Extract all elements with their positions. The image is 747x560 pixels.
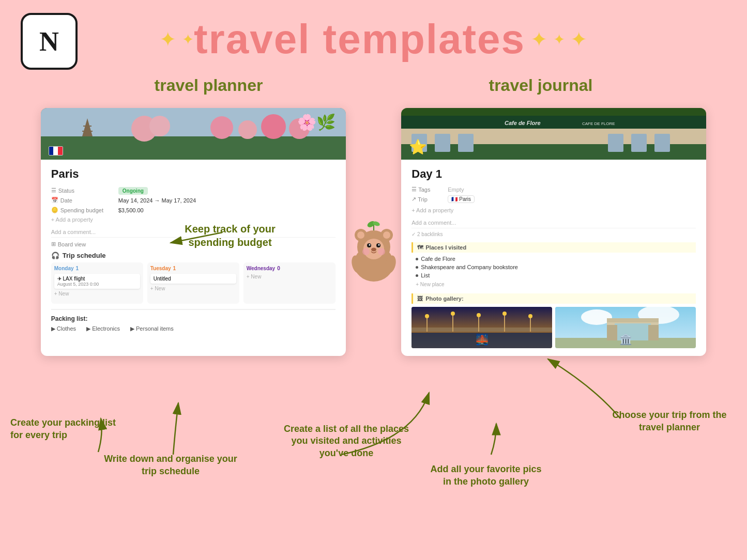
- svg-point-60: [371, 248, 376, 252]
- new-place-btn[interactable]: + New place: [411, 281, 696, 288]
- place-item-2: Shakespeare and Company bookstore: [411, 263, 696, 271]
- packing-electronics: ▶ Electronics: [86, 325, 120, 332]
- monday-new-btn[interactable]: + New: [54, 291, 140, 297]
- svg-rect-43: [555, 338, 696, 348]
- trip-row: ↗ Trip 🇫🇷 Paris: [411, 195, 696, 203]
- backlinks-indicator: ✓ 2 backlinks: [411, 231, 696, 237]
- place-item-1: Cafe de Flore: [411, 255, 696, 263]
- packing-items: ▶ Clothes ▶ Electronics ▶ Personal items: [51, 325, 336, 332]
- svg-rect-46: [607, 318, 659, 322]
- places-section: 🗺 Places I visited Cafe de Flore Shakesp…: [411, 242, 696, 288]
- photo-1: [411, 307, 552, 348]
- svg-rect-29: [411, 328, 552, 332]
- header: N ✦ ✦ travel templates ✦ ✦ ✦: [0, 0, 747, 68]
- packing-personal: ▶ Personal items: [130, 325, 174, 332]
- tuesday-header: Tuesday 1: [150, 266, 236, 271]
- svg-point-38: [502, 312, 507, 316]
- sparkle-left-2: ✦: [182, 31, 194, 48]
- untitled-card: Untitled: [150, 274, 236, 284]
- svg-rect-13: [41, 108, 346, 160]
- svg-point-58: [369, 244, 370, 246]
- svg-point-39: [528, 314, 532, 318]
- journal-header-image: Cafe de Flore CAFE DE FLORE ⭐: [401, 108, 706, 160]
- svg-point-54: [383, 231, 390, 239]
- status-value: Ongoing: [118, 188, 148, 194]
- packing-section: Packing list: ▶ Clothes ▶ Electronics ▶ …: [51, 309, 336, 332]
- svg-point-52: [357, 231, 364, 239]
- sparkle-right-3: ✦: [570, 27, 588, 51]
- budget-value: $3,500.00: [118, 207, 144, 213]
- sparkle-right-1: ✦: [530, 27, 548, 51]
- photo-gallery-section: 🖼 Photo gallery:: [411, 293, 696, 348]
- place-item-3: List: [411, 271, 696, 279]
- annotation-places-visited: Create a list of all the places you visi…: [279, 423, 414, 459]
- sparkle-right-2: ✦: [553, 31, 565, 48]
- packing-clothes: ▶ Clothes: [51, 325, 76, 332]
- tags-value: Empty: [448, 186, 464, 193]
- monday-header: Monday 1: [54, 266, 140, 271]
- planner-city-title: Paris: [51, 167, 336, 181]
- board-columns: Monday 1 ✈ LAX flight August 5, 2023 0:0…: [51, 262, 336, 304]
- annotation-spending-budget: Keep track of your spending budget: [171, 222, 289, 249]
- left-section-label: travel planner: [155, 76, 263, 95]
- photo-grid: [411, 307, 696, 348]
- journal-add-comment[interactable]: Add a comment...: [411, 217, 696, 228]
- svg-point-59: [378, 244, 379, 246]
- right-section-label: travel journal: [489, 76, 593, 95]
- photo-2: [555, 307, 696, 348]
- planner-body: Paris ☰ Status Ongoing 📅 Date May 14, 20…: [41, 160, 346, 340]
- tags-row: ☰ Tags Empty: [411, 186, 696, 193]
- journal-day-title: Day 1: [411, 167, 696, 181]
- journal-properties: ☰ Tags Empty ↗ Trip 🇫🇷 Paris: [411, 186, 696, 203]
- annotation-trip-planner: Choose your trip from the travel planner: [607, 409, 731, 433]
- svg-rect-45: [615, 323, 651, 340]
- bear-mascot: [343, 217, 405, 294]
- lax-card: ✈ LAX flight August 5, 2023 0:00: [54, 274, 140, 289]
- planner-header-image: [41, 108, 346, 160]
- sparkle-left-1: ✦: [159, 27, 177, 51]
- svg-rect-26: [401, 108, 706, 160]
- date-row: 📅 Date May 14, 2024 → May 17, 2024: [51, 197, 336, 204]
- section-labels: travel planner travel journal: [0, 71, 747, 100]
- wednesday-col: Wednesday 0 + New: [243, 262, 336, 304]
- monday-col: Monday 1 ✈ LAX flight August 5, 2023 0:0…: [51, 262, 143, 304]
- notion-logo: N: [21, 13, 78, 70]
- page-title: travel templates: [194, 15, 525, 63]
- wednesday-header: Wednesday 0: [247, 266, 332, 271]
- tuesday-new-btn[interactable]: + New: [150, 286, 236, 291]
- budget-label: 🪙 Spending budget: [51, 207, 118, 213]
- trip-label: ↗ Trip: [411, 196, 448, 203]
- svg-rect-48: [648, 325, 659, 340]
- trip-value: 🇫🇷 Paris: [448, 195, 475, 203]
- svg-point-35: [425, 314, 429, 318]
- trip-schedule-header: 🎧 Trip schedule: [51, 252, 336, 259]
- svg-point-37: [477, 313, 481, 317]
- packing-header: Packing list:: [51, 315, 336, 322]
- svg-rect-47: [607, 325, 617, 340]
- tuesday-col: Tuesday 1 Untitled + New: [147, 262, 239, 304]
- journal-add-property[interactable]: + Add a property: [411, 207, 696, 213]
- places-header: 🗺 Places I visited: [411, 242, 696, 253]
- svg-text:N: N: [39, 26, 59, 56]
- svg-rect-28: [411, 333, 552, 348]
- annotation-trip-schedule: Write down and organise your trip schedu…: [103, 453, 238, 477]
- wednesday-new-btn[interactable]: + New: [247, 274, 332, 279]
- svg-point-36: [451, 312, 455, 316]
- journal-panel: Cafe de Flore CAFE DE FLORE ⭐ Day 1: [401, 108, 706, 356]
- annotation-packing-list: Create your packing list for every trip: [10, 417, 124, 441]
- svg-point-61: [362, 248, 370, 255]
- date-label: 📅 Date: [51, 197, 118, 204]
- annotation-photo-gallery: Add all your favorite pics in the photo …: [429, 463, 543, 488]
- journal-body: Day 1 ☰ Tags Empty ↗ Trip: [401, 160, 706, 356]
- photo-gallery-header: 🖼 Photo gallery:: [411, 293, 696, 304]
- tags-label: ☰ Tags: [411, 186, 448, 193]
- date-value: May 14, 2024 → May 17, 2024: [118, 197, 196, 204]
- budget-row: 🪙 Spending budget $3,500.00: [51, 207, 336, 213]
- status-label: ☰ Status: [51, 187, 118, 194]
- svg-point-62: [378, 248, 385, 255]
- status-row: ☰ Status Ongoing: [51, 187, 336, 194]
